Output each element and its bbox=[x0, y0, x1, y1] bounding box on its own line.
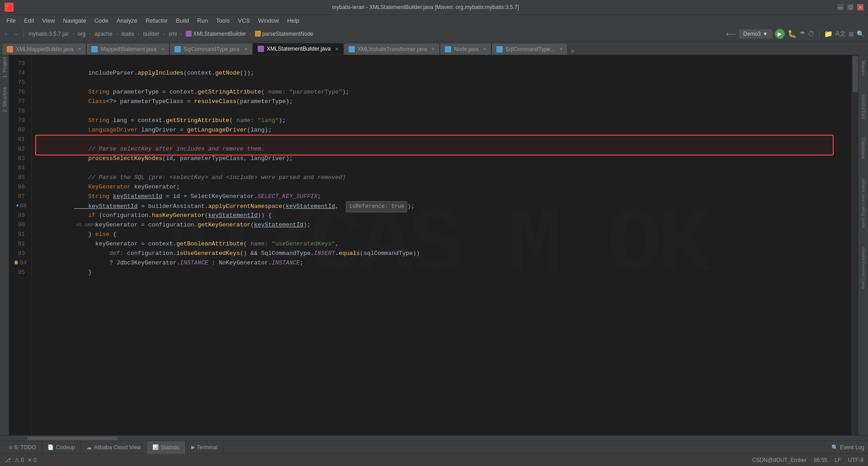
menu-navigate[interactable]: Navigate bbox=[59, 16, 90, 25]
breadcrumb-apache[interactable]: apache bbox=[94, 31, 112, 37]
statistic-icon: 📊 bbox=[152, 444, 159, 450]
git-branch[interactable]: CSDN@dOUT_Ember bbox=[752, 457, 807, 463]
line-83: 83 bbox=[9, 154, 28, 163]
code-line-92: def: configuration.isUseGeneratedKeys() … bbox=[39, 239, 852, 249]
tab-mappedstatement[interactable]: MappedStatement.java ✕ bbox=[86, 43, 169, 55]
bottom-tab-codeup[interactable]: 📄 Codeup bbox=[42, 441, 81, 454]
line-81: 81 bbox=[9, 135, 28, 144]
breadcrumb-jar[interactable]: mybatis-3.5.7.jar bbox=[28, 31, 69, 37]
toolbar-translate[interactable]: A文 bbox=[835, 30, 846, 38]
tab-bar: XMLMapperBuilder.java ✕ MappedStatement.… bbox=[0, 42, 868, 55]
breadcrumb-method[interactable]: parseStatementNode bbox=[255, 31, 313, 37]
line-94a: 🔒94 bbox=[9, 258, 28, 268]
bottom-tab-statistic[interactable]: 📊 Statistic bbox=[147, 441, 186, 454]
menu-run[interactable]: Run bbox=[193, 16, 212, 25]
encoding[interactable]: LF bbox=[835, 457, 841, 463]
code-line-80 bbox=[39, 125, 852, 135]
line-78: 78 bbox=[9, 106, 28, 116]
menu-code[interactable]: Code bbox=[91, 16, 112, 25]
tab-xmlincludetransformer[interactable]: XMLIncludeTransformer.java ✕ bbox=[344, 43, 440, 55]
tab-icon-orange bbox=[7, 46, 13, 52]
panel-restfultool[interactable]: RestfulTool bbox=[860, 92, 867, 122]
tab-sqlcommandtype[interactable]: SqlCommandType.java ✕ bbox=[170, 43, 253, 55]
tab-close[interactable]: ✕ bbox=[78, 47, 81, 52]
menu-edit[interactable]: Edit bbox=[20, 16, 38, 25]
bottom-tab-cloud-view[interactable]: ☁ Alibaba Cloud View bbox=[81, 441, 147, 454]
bottom-tab-terminal[interactable]: ▶ Terminal bbox=[186, 441, 223, 454]
h-scroll-thumb[interactable] bbox=[27, 437, 118, 440]
warnings-indicator: ⚠ 0 bbox=[14, 457, 24, 463]
editor-area[interactable]: ATYCAS M OK 73 74 75 76 77 78 79 80 81 8… bbox=[9, 55, 858, 435]
bottom-tab-todo[interactable]: ≡ 6: TODO bbox=[4, 441, 42, 454]
menu-refactor[interactable]: Refactor bbox=[142, 16, 171, 25]
tab-sqlcommandtype2[interactable]: SqlCommandType... ✕ bbox=[491, 43, 568, 55]
panel-maven[interactable]: Maven bbox=[860, 58, 867, 78]
status-left: ⎇ ⚠ 0 ✕ 0 bbox=[5, 457, 37, 463]
tab-close[interactable]: ✕ bbox=[559, 47, 563, 52]
menu-build[interactable]: Build bbox=[172, 16, 193, 25]
panel-alibaba-function[interactable]: Alibaba Function Comp bbox=[860, 244, 867, 292]
menu-tools[interactable]: Tools bbox=[212, 16, 233, 25]
toolbar-coverage[interactable]: ☂ bbox=[799, 30, 805, 38]
toolbar-arrow-left[interactable]: ⟵ bbox=[726, 29, 736, 38]
tab-close[interactable]: ✕ bbox=[431, 47, 435, 52]
menu-file[interactable]: File bbox=[3, 16, 19, 25]
panel-project[interactable]: 1: Project bbox=[2, 57, 7, 78]
line-88: ◆88 bbox=[9, 201, 28, 211]
minimize-button[interactable]: — bbox=[837, 4, 844, 10]
window-title: mybatis-leran - XMLStatementBuilder.java… bbox=[14, 4, 837, 10]
menu-vcs[interactable]: VCS bbox=[234, 16, 254, 25]
breadcrumb-class[interactable]: XMLStatementBuilder bbox=[186, 31, 246, 37]
line-92: 92 bbox=[9, 239, 28, 249]
file-type[interactable]: UTF-8 bbox=[848, 457, 863, 463]
close-button[interactable]: ✕ bbox=[857, 4, 863, 10]
scroll-thumb[interactable] bbox=[853, 56, 858, 92]
line-77: 77 bbox=[9, 97, 28, 106]
codeup-label: Codeup bbox=[56, 444, 75, 451]
maximize-button[interactable]: ☐ bbox=[847, 4, 854, 10]
scroll-overview[interactable] bbox=[852, 55, 858, 435]
run-config-selector[interactable]: Demo3 ▼ bbox=[739, 29, 772, 38]
run-button[interactable]: ▶ bbox=[775, 29, 785, 39]
tab-xmlstatementbuilder[interactable]: XMLStatementBuilder.java ✕ bbox=[253, 43, 344, 55]
toolbar-back[interactable]: ← bbox=[4, 30, 10, 38]
menu-view[interactable]: View bbox=[38, 16, 58, 25]
tab-overflow[interactable]: » bbox=[568, 47, 577, 55]
h-scrollbar[interactable] bbox=[0, 435, 868, 441]
breadcrumb-builder[interactable]: builder bbox=[143, 31, 159, 37]
menu-window[interactable]: Window bbox=[255, 16, 283, 25]
terminal-icon: ▶ bbox=[191, 444, 195, 450]
toolbar-profile[interactable]: ⏱ bbox=[808, 30, 815, 38]
tab-close[interactable]: ✕ bbox=[483, 47, 486, 52]
toolbar-vcs[interactable]: 📁 bbox=[824, 30, 833, 38]
window-controls[interactable]: — ☐ ✕ bbox=[837, 4, 863, 10]
code-line-77 bbox=[39, 97, 852, 106]
breadcrumb-org[interactable]: org bbox=[78, 31, 85, 37]
errors-indicator: ✕ 0 bbox=[28, 457, 37, 463]
tab-nodejava[interactable]: Node.java ✕ bbox=[440, 43, 491, 55]
line-80: 80 bbox=[9, 125, 28, 135]
tab-close[interactable]: ✕ bbox=[161, 47, 165, 52]
code-line-87: keyStatementId = builderAssistant.applyC… bbox=[39, 192, 852, 201]
panel-alibaba-coding[interactable]: Alibaba Java Coding Guide bbox=[860, 176, 867, 231]
toolbar-debug[interactable]: 🐛 bbox=[788, 29, 797, 38]
tab-xmlmapperbuilder[interactable]: XMLMapperBuilder.java ✕ bbox=[2, 43, 86, 55]
menu-help[interactable]: Help bbox=[283, 16, 303, 25]
tab-close[interactable]: ✕ bbox=[335, 47, 339, 52]
event-log[interactable]: 🔍 Event Log bbox=[831, 444, 864, 451]
breadcrumb-xml[interactable]: xml bbox=[168, 31, 177, 37]
tab-close[interactable]: ✕ bbox=[244, 47, 248, 52]
app-icon: 🔴 bbox=[5, 3, 14, 12]
event-log-icon: 🔍 bbox=[831, 444, 838, 451]
todo-label: 6: TODO bbox=[14, 444, 36, 451]
toolbar-forward[interactable]: → bbox=[13, 30, 19, 38]
line-74: 74 bbox=[9, 68, 28, 78]
breadcrumb-ibatis[interactable]: ibatis bbox=[121, 31, 134, 37]
panel-database[interactable]: Database bbox=[860, 135, 867, 162]
toolbar-layout[interactable]: ⊞ bbox=[849, 30, 854, 38]
menu-analyze[interactable]: Analyze bbox=[113, 16, 141, 25]
toolbar-search[interactable]: 🔍 bbox=[857, 30, 864, 38]
title-bar: 🔴 mybatis-leran - XMLStatementBuilder.ja… bbox=[0, 0, 868, 14]
panel-structure[interactable]: 2: Structure bbox=[2, 87, 7, 113]
code-content[interactable]: includeParser.applyIncludes(context.getN… bbox=[32, 55, 852, 435]
